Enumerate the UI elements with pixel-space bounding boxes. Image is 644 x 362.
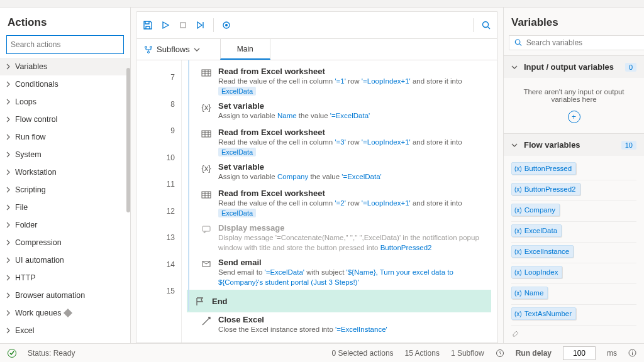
stop-button[interactable] <box>175 18 191 33</box>
line-number: 7 <box>136 64 181 91</box>
separator <box>473 18 474 32</box>
variable-icon: (x) <box>514 165 522 172</box>
tree-item-http[interactable]: HTTP <box>0 269 130 287</box>
tree-item-loops[interactable]: Loops <box>0 93 130 111</box>
svg-point-2 <box>225 24 228 26</box>
tree-item-conditionals[interactable]: Conditionals <box>0 75 130 93</box>
variable-chip[interactable]: (x)Company <box>511 204 560 216</box>
svg-rect-13 <box>202 131 211 137</box>
close-icon <box>201 315 212 336</box>
search-variables[interactable] <box>509 35 644 50</box>
tab-main[interactable]: Main <box>220 39 270 60</box>
tree-item-compression[interactable]: Compression <box>0 234 130 251</box>
steps-list: Read from Excel worksheetRead the value … <box>182 60 497 343</box>
flow-step[interactable]: Read from Excel worksheetRead the value … <box>186 186 491 221</box>
flow-canvas: 789101112131415 Read from Excel workshee… <box>136 60 498 343</box>
svg-line-4 <box>487 26 490 29</box>
toolbar <box>136 11 498 39</box>
search-icon <box>514 38 523 47</box>
line-number: 10 <box>136 145 181 172</box>
scrollbar[interactable] <box>126 68 130 212</box>
flow-step[interactable]: {x}Set variableAssign to variable Compan… <box>186 160 491 186</box>
separator <box>213 18 214 32</box>
eraser-icon[interactable] <box>511 328 520 337</box>
svg-rect-18 <box>202 192 211 198</box>
flow-step[interactable]: Read from Excel worksheetRead the value … <box>186 125 491 160</box>
variable-chip[interactable]: (x)TextAsNumber <box>511 307 576 320</box>
flag-icon <box>194 295 206 307</box>
flow-step[interactable]: Display messageDisplay message '=Concate… <box>186 221 491 255</box>
designer-panel: Subflows Main 789101112131415 Read from … <box>131 8 503 343</box>
search-flow-button[interactable] <box>479 18 494 33</box>
search-actions-input[interactable] <box>11 40 119 49</box>
flow-variables-header[interactable]: Flow variables 10 <box>504 134 644 156</box>
search-variables-input[interactable] <box>526 38 639 47</box>
tree-item-workstation[interactable]: Workstation <box>0 163 130 181</box>
variable-chip[interactable]: (x)ButtonPressed2 <box>511 183 580 195</box>
line-number: 8 <box>136 91 181 118</box>
svg-point-5 <box>145 46 147 48</box>
tree-item-browser-automation[interactable]: Browser automation <box>0 287 130 304</box>
flow-variables-section: Flow variables 10 (x)ButtonPressed(x)But… <box>504 133 644 343</box>
line-number: 14 <box>136 251 181 278</box>
variables-title: Variables <box>504 14 644 35</box>
tree-item-file[interactable]: File <box>0 199 130 216</box>
io-empty-text: There aren't any input or output variabl… <box>511 84 636 107</box>
variable-icon: (x) <box>514 310 522 317</box>
record-button[interactable] <box>219 18 234 33</box>
step-end[interactable]: End <box>187 290 491 312</box>
variable-icon: (x) <box>514 269 522 276</box>
chevron-down-icon <box>511 142 518 148</box>
chevron-right-icon <box>5 257 11 263</box>
variable-chip[interactable]: (x)ExcelInstance <box>511 245 574 258</box>
variable-chip[interactable]: (x)Name <box>511 287 548 299</box>
subflows-dropdown[interactable]: Subflows <box>136 39 208 60</box>
tree-item-scripting[interactable]: Scripting <box>0 181 130 199</box>
io-variables-section: Input / output variables 0 There aren't … <box>504 55 644 133</box>
chevron-down-icon <box>511 64 518 70</box>
chevron-right-icon <box>5 99 11 105</box>
flow-step[interactable]: {x}Set variableAssign to variable Name t… <box>186 99 491 125</box>
flow-count-badge: 10 <box>621 141 636 150</box>
run-delay-input[interactable] <box>563 346 596 360</box>
status-bar: Status: Ready 0 Selected actions 15 Acti… <box>0 343 644 362</box>
variables-panel: Variables Input / output variables 0 The… <box>503 8 644 343</box>
subflow-icon <box>144 45 153 54</box>
flow-step[interactable]: Send emailSend email to '=ExcelData' wit… <box>186 255 491 290</box>
variable-chip[interactable]: (x)ButtonPressed <box>511 162 576 175</box>
tree-item-excel[interactable]: Excel <box>0 322 130 339</box>
tree-item-ui-automation[interactable]: UI automation <box>0 251 130 269</box>
flow-step[interactable]: Close ExcelClose the Excel instance stor… <box>186 312 491 339</box>
tree-item-variables[interactable]: Variables <box>0 58 130 75</box>
tree-item-flow-control[interactable]: Flow control <box>0 111 130 128</box>
io-variables-header[interactable]: Input / output variables 0 <box>504 56 644 78</box>
variable-icon: (x) <box>514 290 522 297</box>
chevron-right-icon <box>5 116 11 123</box>
tree-item-folder[interactable]: Folder <box>0 216 130 234</box>
tree-item-system[interactable]: System <box>0 146 130 163</box>
svg-line-26 <box>519 44 521 46</box>
variable-chip[interactable]: (x)ExcelData <box>511 224 562 237</box>
chevron-right-icon <box>5 63 11 70</box>
status-ok-icon <box>8 349 16 358</box>
add-io-variable-button[interactable]: + <box>568 111 580 123</box>
info-icon[interactable] <box>628 349 636 357</box>
step-button[interactable] <box>193 18 208 33</box>
save-button[interactable] <box>140 18 155 33</box>
run-button[interactable] <box>158 18 173 33</box>
line-number: 15 <box>136 278 181 305</box>
loop-rail <box>188 60 189 311</box>
clock-icon <box>496 349 504 358</box>
subflows-count: 1 Subflow <box>451 349 484 358</box>
io-variables-label: Input / output variables <box>524 62 619 72</box>
search-actions[interactable] <box>6 35 124 54</box>
svg-rect-23 <box>203 226 210 231</box>
svg-point-30 <box>632 351 633 351</box>
tree-item-run-flow[interactable]: Run flow <box>0 128 130 146</box>
tree-item-work-queues[interactable]: Work queues <box>0 304 130 322</box>
chevron-right-icon <box>5 275 11 281</box>
tree-item-word[interactable]: Word <box>0 339 130 343</box>
flow-step[interactable]: Read from Excel worksheetRead the value … <box>186 64 491 99</box>
variable-chip[interactable]: (x)LoopIndex <box>511 266 562 278</box>
flow-variables-label: Flow variables <box>524 140 615 150</box>
